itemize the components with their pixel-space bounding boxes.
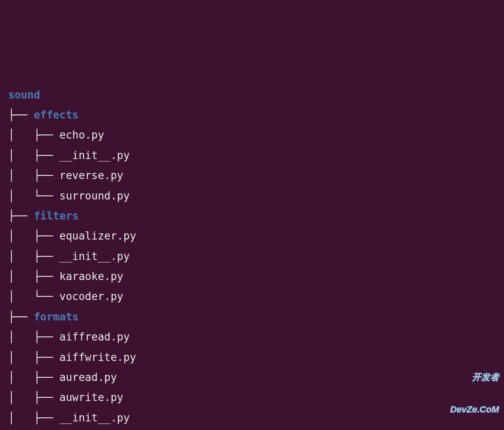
tree-branch: ├── — [8, 311, 34, 323]
file-name: __init__.py — [59, 149, 130, 161]
tree-line: ├── filters — [8, 206, 496, 226]
tree-line: │ ├── auread.py — [8, 367, 496, 387]
tree-line: │ ├── __init__.py — [8, 246, 496, 267]
file-name: equalizer.py — [59, 230, 136, 242]
tree-root: sound — [8, 85, 496, 105]
file-name: reverse.py — [59, 169, 123, 181]
tree-line: ├── formats — [8, 307, 496, 327]
file-name: karaoke.py — [59, 270, 123, 282]
tree-line: │ ├── aiffread.py — [8, 327, 496, 347]
tree-branch: │ ├── — [8, 270, 59, 282]
tree-branch: │ ├── — [8, 391, 59, 403]
file-name: aiffwrite.py — [59, 351, 136, 363]
tree-line: │ ├── equalizer.py — [8, 226, 496, 246]
tree-branch: │ ├── — [8, 250, 59, 262]
file-name: echo.py — [59, 129, 104, 141]
directory-tree: sound├── effects│ ├── echo.py│ ├── __ini… — [8, 85, 496, 430]
directory-name: effects — [34, 109, 79, 121]
tree-branch: │ ├── — [8, 230, 59, 242]
tree-branch: │ ├── — [8, 129, 59, 141]
tree-branch: │ ├── — [8, 331, 59, 343]
tree-line: │ ├── karaoke.py — [8, 267, 496, 287]
file-name: __init__.py — [59, 250, 130, 262]
watermark: 开发者 DevZe.CoM — [450, 350, 499, 426]
file-name: vocoder.py — [59, 290, 123, 302]
file-name: auwrite.py — [59, 391, 123, 403]
tree-line: │ ├── __init__.py — [8, 408, 496, 428]
tree-line: │ ├── reverse.py — [8, 166, 496, 186]
tree-branch: │ ├── — [8, 149, 59, 161]
tree-branch: │ └── — [8, 190, 59, 202]
tree-line: │ └── vocoder.py — [8, 287, 496, 307]
file-name: surround.py — [59, 190, 130, 202]
file-name: aiffread.py — [59, 331, 130, 343]
tree-branch: │ ├── — [8, 371, 59, 383]
tree-line: │ ├── aiffwrite.py — [8, 347, 496, 367]
tree-line: │ ├── wavread.py — [8, 428, 496, 430]
tree-line: │ ├── __init__.py — [8, 146, 496, 166]
tree-branch: │ ├── — [8, 169, 59, 181]
watermark-line2: DevZe.CoM — [450, 404, 499, 415]
directory-name: formats — [34, 311, 79, 323]
tree-branch: ├── — [8, 109, 34, 121]
file-name: auread.py — [59, 371, 117, 383]
directory-name: sound — [8, 89, 40, 101]
watermark-line1: 开发者 — [450, 372, 499, 383]
tree-line: │ └── surround.py — [8, 186, 496, 206]
tree-branch: │ ├── — [8, 412, 59, 424]
tree-line: ├── effects — [8, 105, 496, 125]
directory-name: filters — [34, 210, 79, 222]
tree-branch: ├── — [8, 210, 34, 222]
tree-line: │ ├── echo.py — [8, 125, 496, 145]
tree-branch: │ └── — [8, 290, 59, 302]
tree-line: │ ├── auwrite.py — [8, 387, 496, 408]
file-name: __init__.py — [59, 412, 130, 424]
tree-branch: │ ├── — [8, 351, 59, 363]
